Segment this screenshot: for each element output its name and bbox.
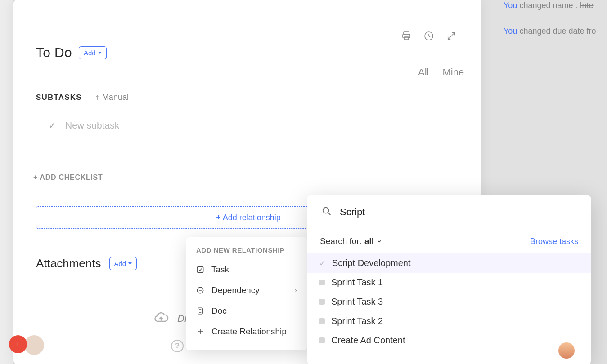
svg-rect-4 — [197, 266, 203, 273]
relationship-dropdown-heading: ADD NEW RELATIONSHIP — [187, 245, 306, 259]
activity-text: changed due date fro — [517, 27, 596, 36]
attachments-add-button[interactable]: Add — [109, 257, 137, 270]
help-icon[interactable]: ? — [171, 340, 184, 352]
rel-item-task[interactable]: Task — [187, 259, 306, 280]
subtasks-sort-label: Manual — [102, 93, 129, 102]
rel-item-label: Dependency — [211, 285, 260, 295]
add-relationship-label: + Add relationship — [216, 213, 281, 222]
task-status-title: To Do — [36, 45, 72, 60]
search-result-label: Sprint Task 1 — [331, 277, 383, 288]
chevron-down-icon — [98, 52, 102, 54]
rel-item-label: Doc — [211, 306, 227, 316]
search-result-item[interactable]: Sprint Task 2 — [307, 311, 591, 331]
task-check-icon — [196, 266, 204, 274]
check-icon: ✓ — [319, 258, 326, 268]
doc-icon — [196, 307, 204, 315]
status-square-icon — [319, 337, 325, 343]
add-checklist-button[interactable]: + ADD CHECKLIST — [33, 173, 459, 182]
rel-item-label: Task — [211, 265, 229, 275]
search-scope-filter[interactable]: Search for: all — [320, 236, 382, 246]
search-result-item[interactable]: ✓ Script Development — [307, 253, 591, 273]
dependency-icon — [196, 286, 204, 294]
avatar[interactable] — [558, 342, 575, 359]
activity-text: changed name : — [517, 1, 580, 10]
svg-point-7 — [323, 208, 329, 213]
activity-entry: You changed name : Inte — [504, 1, 607, 10]
subtasks-sort[interactable]: ↑ Manual — [95, 93, 129, 102]
search-input[interactable]: Script — [340, 206, 365, 218]
browse-tasks-link[interactable]: Browse tasks — [530, 237, 578, 246]
search-icon — [322, 206, 332, 218]
check-icon: ✓ — [49, 120, 56, 131]
search-result-label: Sprint Task 3 — [331, 297, 383, 307]
arrow-up-icon: ↑ — [95, 93, 99, 102]
search-result-label: Script Development — [332, 258, 411, 268]
left-list-sliver — [0, 0, 13, 364]
cloud-upload-icon — [153, 309, 169, 328]
relationship-dropdown: ADD NEW RELATIONSHIP Task Dependency › D… — [186, 237, 307, 350]
chevron-down-icon — [377, 236, 382, 246]
activity-old-name: Inte — [580, 1, 593, 10]
svg-rect-2 — [404, 37, 409, 40]
activity-tab-all[interactable]: All — [418, 67, 429, 78]
print-icon[interactable] — [401, 31, 412, 41]
search-result-label: Sprint Task 2 — [331, 316, 383, 326]
search-result-item[interactable]: Create Ad Content — [307, 331, 591, 350]
plus-icon — [196, 328, 204, 336]
task-search-panel: Script Search for: all Browse tasks ✓ Sc… — [307, 195, 591, 364]
activity-tab-mine[interactable]: Mine — [442, 67, 464, 78]
avatar-badge[interactable]: I — [9, 335, 27, 353]
new-subtask-placeholder: New subtask — [65, 120, 119, 131]
search-scope-value: all — [364, 236, 374, 246]
activity-entry: You changed due date fro — [504, 27, 607, 36]
rel-item-doc[interactable]: Doc — [187, 301, 306, 321]
chevron-down-icon — [128, 262, 132, 265]
activity-user-you: You — [504, 1, 517, 10]
status-square-icon — [319, 318, 325, 324]
rel-item-dependency[interactable]: Dependency › — [187, 280, 306, 301]
add-button[interactable]: Add — [79, 46, 107, 59]
expand-icon[interactable] — [446, 31, 457, 41]
chevron-right-icon: › — [295, 286, 297, 294]
search-result-item[interactable]: Sprint Task 1 — [307, 273, 591, 292]
search-scope-prefix: Search for: — [320, 236, 362, 246]
search-results-list: ✓ Script Development Sprint Task 1 Sprin… — [307, 250, 591, 350]
activity-user-you: You — [504, 27, 517, 36]
search-result-item[interactable]: Sprint Task 3 — [307, 292, 591, 311]
attachments-heading: Attachments — [36, 257, 101, 271]
history-icon[interactable] — [423, 31, 434, 41]
attachments-add-label: Add — [114, 260, 126, 267]
rel-item-label: Create Relationship — [211, 327, 287, 337]
new-subtask-input[interactable]: ✓ New subtask — [49, 120, 459, 131]
rel-item-create[interactable]: Create Relationship — [187, 321, 306, 342]
search-result-label: Create Ad Content — [331, 335, 405, 346]
status-square-icon — [319, 299, 325, 305]
status-square-icon — [319, 280, 325, 285]
subtasks-heading: SUBTASKS — [36, 93, 82, 102]
top-right-toolbar — [401, 31, 457, 41]
add-button-label: Add — [84, 49, 96, 57]
